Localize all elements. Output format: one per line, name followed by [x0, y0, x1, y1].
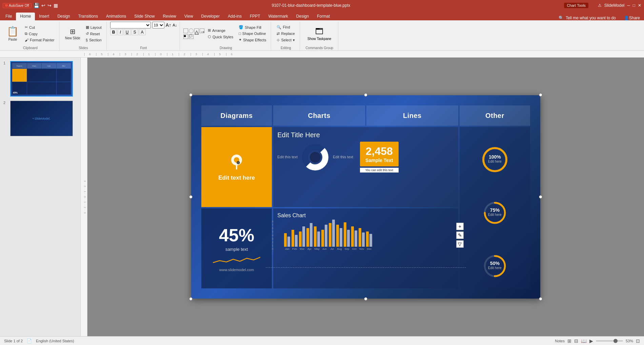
new-slide-label: New Slide	[65, 36, 80, 40]
autosave-indicator	[5, 4, 8, 7]
undo-icon[interactable]: ↩	[41, 3, 45, 8]
tab-transitions[interactable]: Transitions	[74, 13, 102, 20]
chart-add-button[interactable]: +	[456, 223, 464, 230]
editing-buttons: 🔍 Find ⇄ Replace ⊹ Select▾	[275, 24, 297, 43]
stat-box-area: 2,458 Sample Text You can edit this text	[360, 142, 398, 172]
replace-button[interactable]: ⇄ Replace	[275, 31, 297, 37]
shape-rect[interactable]	[183, 28, 188, 33]
show-taskpane-button[interactable]: 🗔 Show Taskpane	[303, 25, 335, 42]
donut-svg	[302, 144, 329, 171]
bold-button[interactable]: B	[110, 29, 117, 35]
cut-button[interactable]: ✂ Cut	[23, 24, 57, 30]
tell-me-box[interactable]: 🔍 Tell me what you want to do	[555, 16, 620, 20]
shape-circle[interactable]	[189, 28, 194, 33]
tab-watermark[interactable]: Watermark	[264, 13, 292, 20]
shape-fill-button[interactable]: 🪣 Shape Fill	[237, 24, 268, 30]
copy-button[interactable]: ⧉ Copy	[23, 31, 57, 37]
font-family-select[interactable]	[110, 22, 151, 28]
reset-button[interactable]: ↺ Reset	[84, 31, 104, 37]
bar-dec: Dec	[366, 231, 372, 250]
bar-label-aug: Aug	[337, 247, 342, 250]
canvas-area[interactable]: Diagrams Charts Lines Other	[87, 58, 644, 336]
autosave-label: AutoSave	[9, 4, 23, 7]
circle-50-pct: 50%	[488, 261, 502, 266]
tab-file[interactable]: File	[1, 13, 16, 20]
tab-addins[interactable]: Add-ins	[224, 13, 246, 20]
font-size-select[interactable]: 19	[152, 22, 164, 28]
handle-bl[interactable]	[189, 297, 193, 301]
handle-bm[interactable]	[364, 297, 367, 301]
handle-tl[interactable]	[189, 93, 193, 97]
redo-icon[interactable]: ↪	[47, 3, 52, 8]
chart-style-button[interactable]: ✎	[456, 231, 464, 239]
zoom-thumb[interactable]	[613, 339, 618, 343]
handle-br[interactable]	[539, 297, 542, 301]
slide-thumb-2[interactable]: 2 • SlideModel.	[3, 100, 78, 137]
tab-view[interactable]: View	[180, 13, 197, 20]
quick-styles-button[interactable]: ⬡ Quick Styles	[206, 34, 235, 40]
grow-font-icon[interactable]: A↑	[166, 22, 171, 28]
quick-styles-icon: ⬡	[208, 35, 211, 39]
select-icon: ⊹	[277, 38, 280, 42]
autosave-button[interactable]: AutoSave Off	[3, 3, 32, 8]
font-label: Font	[140, 45, 147, 50]
new-slide-button[interactable]: ⊞ New Slide	[63, 26, 82, 41]
strikethrough-button[interactable]: S	[132, 29, 138, 35]
effects-icon: ✦	[239, 38, 242, 42]
normal-view-icon[interactable]: ⊞	[567, 338, 571, 344]
slide-thumb-1[interactable]: 1 Diagrams Charts Lines Other	[3, 60, 78, 97]
commands-content: 🗔 Show Taskpane	[303, 22, 335, 45]
close-icon[interactable]: ✕	[638, 3, 641, 8]
handle-ml[interactable]	[189, 195, 193, 199]
reading-view-icon[interactable]: 📖	[581, 338, 587, 344]
handle-tm[interactable]	[364, 93, 367, 97]
font-color-button[interactable]: A	[139, 29, 146, 35]
handle-mr[interactable]	[539, 195, 542, 199]
tab-review[interactable]: Review	[159, 13, 180, 20]
format-painter-button[interactable]: 🖌 Format Painter	[23, 37, 57, 43]
tab-slideshow[interactable]: Slide Show	[130, 13, 159, 20]
arrange-button[interactable]: ⊞ Arrange	[206, 27, 235, 33]
shape-callout[interactable]: 💬	[189, 34, 194, 39]
zoom-slider[interactable]	[596, 340, 623, 342]
shape-arrow[interactable]: →	[200, 28, 204, 33]
section-button[interactable]: § Section	[84, 37, 104, 43]
share-button[interactable]: 👤 Share	[620, 16, 644, 20]
paste-button[interactable]: 📋 Paste	[4, 24, 21, 43]
tab-developer[interactable]: Developer	[197, 13, 224, 20]
tab-design[interactable]: Design	[53, 13, 74, 20]
maximize-icon[interactable]: □	[633, 3, 635, 8]
minimize-icon[interactable]: ─	[627, 3, 630, 8]
underline-button[interactable]: U	[124, 29, 131, 35]
find-button[interactable]: 🔍 Find	[275, 24, 297, 30]
present-icon[interactable]: ▦	[54, 3, 58, 8]
fit-window-icon[interactable]: ⊡	[636, 338, 640, 344]
chart-tools-badge: Chart Tools	[564, 3, 588, 8]
notes-button[interactable]: Notes	[555, 339, 565, 343]
tab-format-ct[interactable]: Format	[313, 13, 334, 20]
mini-slide-2: • SlideModel.	[11, 101, 73, 136]
handle-tr[interactable]	[539, 93, 542, 97]
chart-filter-button[interactable]: ▽	[456, 240, 464, 248]
shape-misc[interactable]: ⬟	[183, 34, 188, 39]
shape-effects-button[interactable]: ✦ Shape Effects	[237, 37, 268, 43]
shrink-font-icon[interactable]: A↓	[173, 23, 177, 27]
tab-fppt[interactable]: FPPT	[246, 13, 264, 20]
bar-aug-1	[336, 225, 339, 247]
layout-button[interactable]: ▦ Layout	[84, 24, 104, 30]
save-icon[interactable]: 💾	[34, 3, 39, 8]
select-button[interactable]: ⊹ Select▾	[275, 37, 297, 43]
tab-design-ct[interactable]: Design	[292, 13, 313, 20]
tab-animations[interactable]: Animations	[102, 13, 130, 20]
tab-insert[interactable]: Insert	[35, 13, 53, 20]
title-bar: AutoSave Off 💾 ↩ ↪ ▦ 9107-01-blur-dashbo…	[0, 0, 644, 11]
horizontal-ruler: | 6 | 5 | 4 | 3 | 2 | 1 | 0 | 1 | 2 | 3 …	[0, 51, 644, 58]
shape-triangle[interactable]: △	[194, 28, 199, 33]
shape-outline-button[interactable]: □ Shape Outline	[237, 31, 268, 36]
italic-button[interactable]: I	[118, 29, 123, 35]
diagrams-top-cell[interactable]: Edit text here	[201, 127, 272, 207]
presentation-icon[interactable]: ▶	[589, 338, 593, 344]
bar-apr-1	[306, 228, 309, 247]
tab-home[interactable]: Home	[16, 13, 35, 20]
slide-sorter-icon[interactable]: ⊟	[574, 338, 578, 344]
